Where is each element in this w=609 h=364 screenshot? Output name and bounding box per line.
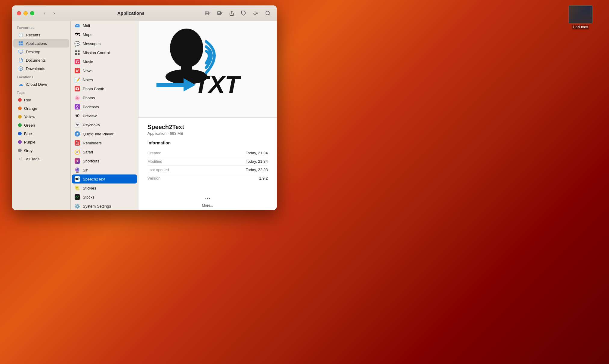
recents-icon: 🕐 — [18, 32, 23, 38]
file-item-reminders[interactable]: Reminders — [71, 138, 138, 147]
mission-control-icon — [74, 50, 80, 56]
file-item-stickies[interactable]: Stickies — [71, 184, 138, 193]
info-row-last-opened: Last opened Today, 22:38 — [147, 166, 268, 174]
search-icon[interactable] — [264, 9, 272, 17]
red-tag-dot — [18, 98, 22, 102]
more-label[interactable]: More... — [202, 203, 213, 208]
created-value: Today, 21:34 — [246, 151, 268, 155]
file-item-safari[interactable]: 🧭 Safari — [71, 147, 138, 156]
sidebar: Favourites 🕐 Recents Applications Deskto… — [12, 21, 71, 210]
quicktime-icon — [74, 131, 80, 137]
podcasts-icon — [74, 104, 80, 110]
tag-icon[interactable] — [240, 9, 248, 17]
file-item-messages[interactable]: 💬 Messages — [71, 39, 138, 48]
favourites-label: Favourites — [12, 23, 70, 31]
file-item-news-label: News — [83, 69, 93, 73]
file-item-notes[interactable]: 📝 Notes — [71, 75, 138, 84]
file-item-news[interactable]: N News — [71, 66, 138, 75]
window-title: Applications — [62, 11, 200, 16]
blue-tag-dot — [18, 132, 22, 135]
sidebar-item-tag-grey[interactable]: Grey — [13, 146, 69, 155]
actions-icon[interactable]: ⊙▾ — [252, 9, 260, 17]
file-item-speech2text-label: Speech2Text — [83, 177, 105, 181]
file-item-quicktime[interactable]: QuickTime Player — [71, 129, 138, 138]
app-preview-svg: TXT — [147, 27, 268, 111]
sidebar-item-applications[interactable]: Applications — [13, 39, 69, 48]
file-item-messages-label: Messages — [83, 42, 100, 46]
sidebar-item-tag-red[interactable]: Red — [13, 96, 69, 104]
svg-rect-14 — [78, 51, 80, 52]
psychopy-icon: Ψ — [74, 122, 80, 128]
file-item-photo-booth[interactable]: Photo Booth — [71, 84, 138, 93]
file-item-stocks-label: Stocks — [83, 195, 94, 199]
file-item-music[interactable]: Music — [71, 57, 138, 66]
sidebar-item-downloads[interactable]: Downloads — [13, 64, 69, 73]
photos-icon: 🌸 — [74, 95, 80, 101]
last-opened-label: Last opened — [147, 168, 169, 172]
purple-tag-dot — [18, 140, 22, 144]
app-name: Speech2Text — [147, 124, 268, 131]
desktop-file-uon[interactable]: UoN.mov — [568, 5, 592, 29]
desktop-icon — [18, 49, 23, 54]
tags-label: Tags — [12, 88, 70, 96]
more-section: ··· More... — [138, 188, 277, 210]
minimize-button[interactable] — [23, 11, 28, 15]
toolbar-right: ⊞▾ ⊞▾ ⊙▾ — [203, 9, 272, 17]
view-toggle-icon[interactable]: ⊞▾ — [203, 9, 212, 17]
sidebar-item-tag-yellow[interactable]: Yellow — [13, 113, 69, 121]
sidebar-item-icloud-label: iCloud Drive — [26, 82, 47, 87]
file-item-speech2text[interactable]: Speech2Text — [72, 174, 137, 184]
sidebar-item-tag-purple[interactable]: Purple — [13, 138, 69, 146]
green-tag-dot — [18, 123, 22, 127]
svg-rect-3 — [19, 41, 20, 43]
sidebar-item-tag-orange[interactable]: Orange — [13, 104, 69, 113]
notes-icon: 📝 — [74, 77, 80, 83]
system-settings-icon: ⚙️ — [74, 203, 80, 209]
file-item-music-label: Music — [83, 60, 93, 64]
messages-icon: 💬 — [74, 41, 80, 47]
info-row-version: Version 1.9.2 — [147, 174, 268, 182]
app-meta: Application · 693 MB — [147, 131, 268, 136]
maximize-button[interactable] — [30, 11, 34, 15]
forward-button[interactable]: › — [50, 9, 58, 17]
back-button[interactable]: ‹ — [40, 9, 49, 17]
sidebar-item-tag-green[interactable]: Green — [13, 121, 69, 129]
svg-rect-6 — [21, 44, 23, 45]
last-opened-value: Today, 22:38 — [246, 168, 268, 172]
sidebar-item-all-tags[interactable]: ⊙ All Tags... — [13, 155, 69, 163]
content-area: Favourites 🕐 Recents Applications Deskto… — [12, 21, 277, 210]
svg-rect-13 — [75, 51, 77, 52]
svg-rect-38 — [76, 190, 80, 190]
share-icon[interactable] — [227, 9, 236, 17]
file-item-system-settings[interactable]: ⚙️ System Settings — [71, 202, 138, 210]
svg-rect-15 — [75, 53, 77, 55]
file-item-psychopy[interactable]: Ψ PsychoPy — [71, 120, 138, 129]
sidebar-item-desktop[interactable]: Desktop — [13, 48, 69, 56]
sidebar-item-icloud[interactable]: ☁ iCloud Drive — [13, 80, 69, 88]
sidebar-item-documents-label: Documents — [26, 58, 46, 63]
file-item-podcasts-label: Podcasts — [83, 105, 99, 109]
file-item-mission-control[interactable]: Mission Control — [71, 48, 138, 57]
file-item-photos[interactable]: 🌸 Photos — [71, 93, 138, 102]
modified-label: Modified — [147, 159, 162, 164]
file-item-stocks[interactable]: Stocks — [71, 193, 138, 202]
sidebar-item-recents[interactable]: 🕐 Recents — [13, 31, 69, 39]
file-item-mail[interactable]: Mail — [71, 21, 138, 30]
more-icon[interactable]: ··· — [205, 194, 210, 202]
sidebar-item-tag-blue[interactable]: Blue — [13, 129, 69, 138]
desktop-file-label: UoN.mov — [572, 25, 589, 29]
all-tags-label: All Tags... — [26, 157, 43, 161]
file-item-preview[interactable]: 👁 Preview — [71, 111, 138, 120]
file-item-podcasts[interactable]: Podcasts — [71, 102, 138, 111]
group-icon[interactable]: ⊞▾ — [215, 9, 224, 17]
file-item-shortcuts[interactable]: Shortcuts — [71, 156, 138, 165]
close-button[interactable] — [17, 11, 21, 15]
file-item-maps[interactable]: 🗺 Maps — [71, 30, 138, 39]
downloads-icon — [18, 66, 23, 71]
svg-line-2 — [269, 14, 270, 15]
tag-grey-label: Grey — [24, 148, 32, 153]
svg-point-53 — [170, 29, 203, 68]
file-item-siri[interactable]: 🔮 Siri — [71, 165, 138, 174]
desktop: ‹ › Applications ⊞▾ ⊞▾ ⊙▾ — [0, 0, 609, 364]
sidebar-item-documents[interactable]: Documents — [13, 56, 69, 64]
